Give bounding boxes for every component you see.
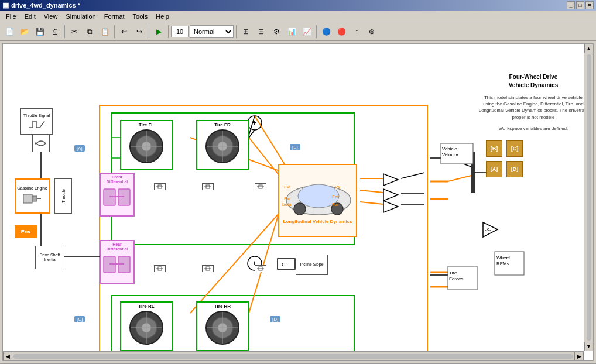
gasoline-engine-block[interactable]: Gasoline Engine [15,178,50,214]
app-icon: ▣ [2,1,9,9]
save-button[interactable]: 💾 [33,25,47,39]
sim-mode-select[interactable]: Normal [190,25,234,38]
redo-button[interactable]: ↪ [132,25,146,39]
svg-point-85 [294,203,306,215]
tb-btn8[interactable]: 🔵 [319,25,333,39]
menu-edit[interactable]: Edit [21,12,39,21]
cut-button[interactable]: ✂ [67,25,81,39]
run-button[interactable]: ▶ [152,25,166,39]
sim-time-input[interactable] [171,26,189,37]
svg-text:Vx: Vx [335,184,340,190]
tb-btn10[interactable]: ↑ [350,25,364,39]
svg-text:Wheel: Wheel [496,255,510,260]
menu-tools[interactable]: Tools [129,12,152,21]
svg-text:-K-: -K- [485,227,491,232]
incline-slope-block[interactable]: Incline Slope [296,255,328,275]
env-block[interactable]: Env [15,225,37,238]
sep6 [316,25,317,38]
model-settings[interactable]: ⚙ [269,25,283,39]
menu-view[interactable]: View [40,12,61,21]
svg-text:Fxr: Fxr [284,196,291,201]
front-diff-block[interactable]: Front Differential [100,173,135,217]
port-c-left: [C] [74,316,85,322]
svg-text:Fzf: Fzf [332,194,339,200]
svg-text:RPMs: RPMs [496,261,509,266]
library-button[interactable]: ⊞ [239,25,253,39]
scroll-down-btn[interactable]: ▼ [584,342,594,351]
tire-rl-label: Tire RL [121,304,172,309]
title-bar-left: ▣ drive_4wd_dynamics * [2,1,80,9]
tb-btn9[interactable]: 🔴 [334,25,348,39]
throttle-label: Throttle Signal [23,114,50,118]
connector-bottom-right [202,265,214,272]
minimize-button[interactable]: _ [567,1,575,9]
scroll-up-btn[interactable]: ▲ [584,44,594,53]
copy-button[interactable]: ⧉ [83,25,97,39]
tire-fl-block[interactable]: Tire FL [120,120,173,170]
connector-fr-right [255,183,266,190]
horizontal-scrollbar[interactable]: ◀ ▶ [3,351,584,360]
open-button[interactable]: 📂 [18,25,32,39]
engine-label: Gasoline Engine [17,186,47,191]
tire-fr-block[interactable]: Tire FR [196,120,249,170]
svg-text:beta: beta [282,202,292,207]
svg-rect-26 [278,259,295,269]
window-title: drive_4wd_dynamics * [11,2,80,9]
tire-rr-label: Tire RR [197,304,248,309]
drive-shaft-block[interactable]: Drive Shaft Inertia [35,246,64,269]
menubar: File Edit View Simulation Format Tools H… [0,11,596,22]
sep2 [114,25,115,38]
tb-btn7[interactable]: 📈 [300,25,314,39]
vertical-scrollbar[interactable]: ▲ ▼ [584,44,593,351]
desc-title: Four-Wheel DriveVehicle Dynamics [478,73,588,90]
new-button[interactable]: 📄 [2,25,16,39]
scroll-left-btn[interactable]: ◀ [3,352,12,361]
sep3 [149,25,149,38]
port-a-left: [A] [74,145,85,152]
menu-file[interactable]: File [2,12,20,21]
tire-rl-block[interactable]: Tire RL [120,301,173,351]
svg-rect-42 [448,266,477,290]
veh-dyn-label: Longitudinal Vehicle Dynamics [279,219,356,225]
print-button[interactable]: 🖨 [48,25,62,39]
tb-btn6[interactable]: 📊 [285,25,299,39]
connector-bottom-left [154,265,166,272]
undo-button[interactable]: ↩ [117,25,131,39]
scroll-right-btn[interactable]: ▶ [574,352,584,361]
throttle-signal-block[interactable]: Throttle Signal [20,108,53,135]
svg-marker-51 [483,222,498,237]
tire-rr-block[interactable]: Tire RR [196,301,249,351]
front-diff-label: Front Differential [101,174,133,186]
toolbar: 📄 📂 💾 🖨 ✂ ⧉ 📋 ↩ ↪ ▶ Normal ⊞ ⊟ ⚙ 📊 📈 🔵 🔴… [0,22,596,41]
svg-rect-37 [471,152,475,193]
titlebar-controls[interactable]: _ □ ✕ [567,1,594,9]
debug-button[interactable]: ⊟ [254,25,268,39]
maximize-button[interactable]: □ [576,1,584,9]
rear-diff-label: Rear Differential [101,241,133,253]
svg-marker-49 [383,189,398,201]
svg-rect-54 [32,196,37,201]
paste-button[interactable]: 📋 [98,25,112,39]
svg-marker-56 [35,142,36,145]
desc-body: This model simulates a four-wheel drive … [478,94,588,121]
svg-rect-45 [441,143,473,164]
svg-text:Tire: Tire [449,270,457,276]
main-area: + + -C- Wheel RPMs [0,41,596,363]
menu-format[interactable]: Format [101,12,128,21]
throttle-sub-label: Throttle [61,189,66,203]
description-area: Four-Wheel DriveVehicle Dynamics This mo… [478,73,588,132]
desc-workspace: Workspace variables are defined. [478,125,588,132]
vehicle-dynamics-block[interactable]: Fxf Fxr beta Vx Fzf Fzr Longitudinal Veh… [278,164,357,237]
rear-diff-block[interactable]: Rear Differential [100,240,135,284]
close-button[interactable]: ✕ [585,1,594,9]
tb-btn11[interactable]: ⊛ [365,25,379,39]
svg-marker-48 [383,174,398,186]
menu-simulation[interactable]: Simulation [62,12,99,21]
connector-top-left [154,183,166,190]
svg-line-35 [448,158,471,167]
simulink-canvas[interactable]: + + -C- Wheel RPMs [2,43,594,361]
feedback-block[interactable] [32,135,50,152]
menu-help[interactable]: Help [152,12,173,21]
svg-line-15 [360,190,389,193]
throttle-subsystem[interactable]: Throttle [54,178,72,214]
